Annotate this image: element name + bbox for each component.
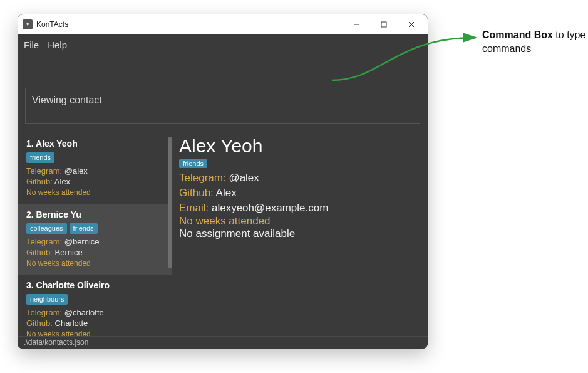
- window-title: KonTActs: [36, 20, 68, 29]
- menu-help[interactable]: Help: [48, 39, 67, 50]
- result-display: Viewing contact: [25, 88, 420, 124]
- weeks-attended: No weeks attended: [26, 329, 164, 336]
- menubar: File Help: [18, 34, 428, 55]
- content-area: 1. Alex YeohfriendsTelegram: @alexGithub…: [18, 129, 428, 336]
- github-value: Bernice: [55, 248, 83, 257]
- weeks-attended: No weeks attended: [26, 258, 164, 268]
- tag: friends: [70, 223, 98, 234]
- github-label: Github:: [26, 177, 53, 186]
- weeks-attended: No weeks attended: [26, 187, 164, 197]
- svg-rect-1: [381, 22, 386, 27]
- telegram-value: @alex: [64, 166, 88, 176]
- telegram-label: Telegram:: [26, 237, 62, 246]
- minimize-button[interactable]: [343, 15, 370, 34]
- status-path: .\data\kontacts.json: [24, 338, 88, 347]
- github-value: Alex: [54, 177, 70, 186]
- scrollbar-thumb[interactable]: [168, 137, 172, 268]
- contact-tags: colleaguesfriends: [26, 223, 164, 234]
- detail-name: Alex Yeoh: [179, 135, 416, 157]
- detail-telegram-label: Telegram:: [179, 172, 226, 184]
- contact-card[interactable]: 1. Alex YeohfriendsTelegram: @alexGithub…: [18, 133, 172, 204]
- contact-tags: friends: [26, 152, 164, 163]
- maximize-icon: [381, 21, 387, 28]
- close-button[interactable]: [398, 15, 425, 34]
- tag: colleagues: [26, 223, 67, 234]
- github-label: Github:: [26, 318, 53, 328]
- detail-github-value: Alex: [216, 187, 237, 199]
- telegram-value: @bernice: [64, 237, 100, 246]
- titlebar: ✦ KonTActs: [18, 14, 428, 34]
- contact-name: 1. Alex Yeoh: [26, 138, 164, 150]
- annotation-text: Command Box to type commands: [482, 28, 588, 56]
- close-icon: [408, 21, 415, 28]
- detail-tags: friends: [179, 159, 416, 168]
- menu-file[interactable]: File: [24, 39, 39, 50]
- github-value: Charlotte: [55, 318, 88, 328]
- app-window: ✦ KonTActs File Help Viewing contact 1. …: [18, 14, 428, 349]
- detail-email-label: Email:: [179, 202, 209, 214]
- contact-list[interactable]: 1. Alex YeohfriendsTelegram: @alexGithub…: [18, 133, 172, 336]
- detail-assignment: No assignment available: [179, 228, 416, 240]
- github-label: Github:: [26, 248, 53, 257]
- command-input[interactable]: [25, 58, 420, 76]
- result-text: Viewing contact: [32, 95, 102, 105]
- minimize-icon: [353, 21, 359, 28]
- contact-detail: Alex Yeoh friends Telegram: @alex Github…: [172, 133, 428, 336]
- contact-card[interactable]: 3. Charlotte OliveironeighboursTelegram:…: [18, 275, 172, 336]
- contact-card[interactable]: 2. Bernice YucolleaguesfriendsTelegram: …: [18, 204, 172, 275]
- detail-github-label: Github:: [179, 187, 214, 199]
- maximize-button[interactable]: [370, 15, 398, 34]
- telegram-label: Telegram:: [26, 166, 62, 176]
- tag: friends: [179, 159, 207, 168]
- telegram-label: Telegram:: [26, 308, 62, 317]
- detail-telegram-value: @alex: [229, 172, 259, 184]
- detail-weeks: No weeks attended: [179, 215, 416, 228]
- tag: neighbours: [26, 294, 68, 305]
- annotation-bold: Command Box: [482, 29, 553, 40]
- contact-name: 2. Bernice Yu: [26, 209, 164, 221]
- command-box-area: [18, 55, 428, 81]
- contact-name: 3. Charlotte Oliveiro: [26, 280, 164, 292]
- statusbar: .\data\kontacts.json: [18, 336, 428, 349]
- contact-tags: neighbours: [26, 294, 164, 305]
- app-icon: ✦: [23, 19, 33, 29]
- telegram-value: @charlotte: [64, 308, 104, 317]
- detail-email-value: alexyeoh@example.com: [212, 202, 328, 214]
- tag: friends: [26, 152, 54, 163]
